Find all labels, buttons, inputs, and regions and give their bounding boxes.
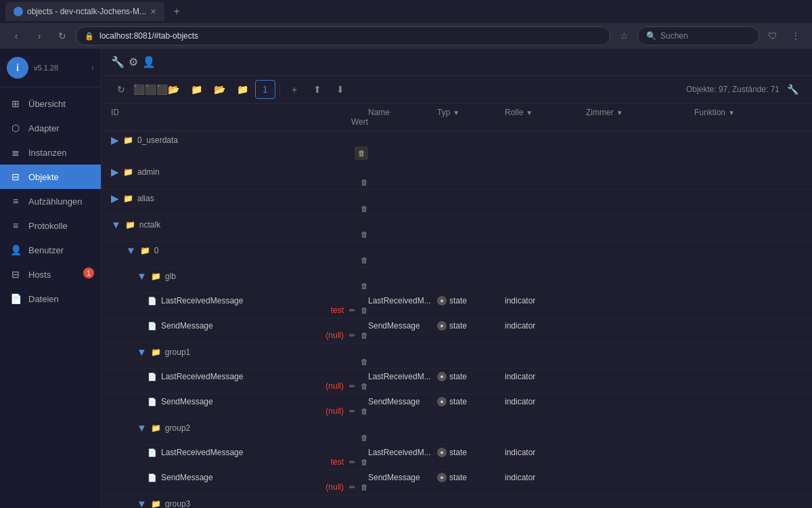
browser-tab-active[interactable]: objects - dev-nctalk-Jochens-M... ✕ [5, 2, 164, 21]
objects-toolbar: 🔧 ⚙ 👤 [102, 49, 812, 76]
view-folder2-button[interactable]: 📁 [186, 80, 206, 99]
table-row[interactable]: 📄 SendMessage SendMessage ● state indica… [102, 394, 812, 419]
objekte-icon: ⊟ [9, 171, 22, 182]
reload-button[interactable]: ↻ [53, 26, 72, 45]
table-row[interactable]: ▶ 📁 admin 🗑 [102, 163, 812, 190]
delete-button[interactable]: 🗑 [361, 205, 368, 213]
table-row[interactable]: ▶ 📁 0_userdata 🗑 [102, 131, 812, 163]
row-value: (null) [325, 381, 344, 391]
row-role: indicator [505, 321, 586, 331]
refresh-button[interactable]: ↻ [111, 80, 131, 99]
address-bar[interactable]: 🔒 localhost:8081/#tab-objects [76, 26, 610, 45]
delete-button[interactable]: 🗑 [355, 146, 368, 160]
logo-icon: i [7, 57, 28, 79]
row-value: (null) [325, 331, 344, 340]
edit-button[interactable]: ✏ [349, 458, 355, 467]
th-funktion[interactable]: Funktion▼ [694, 108, 803, 117]
row-id-group1: ▼ 📁 group1 [111, 346, 368, 358]
row-actions: 🗑 [111, 433, 368, 442]
row-actions: 🗑 [111, 178, 368, 186]
table-toolbar: ↻ ⬛⬛⬛ 📂 📁 📂 📁 1 + ⬆ ⬇ Objekte: 97, Zustä… [102, 76, 812, 104]
table-row[interactable]: 📄 SendMessage SendMessage ● state indica… [102, 318, 812, 343]
row-id-g1-sm: 📄 SendMessage [111, 397, 368, 406]
table-row[interactable]: ▼ 📁 0 🗑 [102, 242, 812, 268]
objects-table[interactable]: ▶ 📁 0_userdata 🗑 ▶ 📁 admin [102, 131, 812, 508]
row-actions: 🗑 [111, 230, 368, 238]
view-folder4-button[interactable]: 📁 [232, 80, 252, 99]
table-row[interactable]: 📄 SendMessage SendMessage ● state indica… [102, 470, 812, 495]
sidebar-item-uebersicht[interactable]: ⊞ Übersicht [0, 91, 101, 116]
row-id-g2-sm: 📄 SendMessage [111, 473, 368, 482]
toolbar-settings-button[interactable]: 🔧 [782, 80, 803, 99]
benutzer-icon: 👤 [9, 245, 22, 255]
table-row[interactable]: ▼ 📁 group2 🗑 [102, 419, 812, 445]
delete-button[interactable]: 🗑 [361, 282, 368, 290]
sidebar-item-protokolle[interactable]: ≡ Protokolle [0, 213, 101, 238]
view-list-button[interactable]: 1 [255, 80, 275, 99]
table-row[interactable]: ▼ 📁 glb 🗑 [102, 268, 812, 293]
row-id-glb-lrm: 📄 LastReceivedMessage [111, 296, 368, 305]
delete-button[interactable]: 🗑 [361, 230, 368, 238]
th-typ[interactable]: Typ▼ [437, 108, 505, 117]
table-row[interactable]: 📄 LastReceivedMessage LastReceivedM... ●… [102, 293, 812, 318]
edit-button[interactable]: ✏ [349, 382, 355, 391]
toolbar-icon-person: 👤 [142, 56, 156, 68]
delete-button[interactable]: 🗑 [361, 382, 368, 390]
row-role: indicator [505, 296, 586, 305]
sidebar-item-label-protokolle: Protokolle [28, 221, 68, 231]
sidebar-item-dateien[interactable]: 📄 Dateien [0, 287, 101, 311]
type-badge: ● [437, 372, 447, 381]
sidebar-nav: ⊞ Übersicht ⬡ Adapter ≣ Instanzen ⊟ Obje… [0, 87, 101, 315]
row-name: LastReceivedM... [368, 372, 437, 381]
view-folder3-button[interactable]: 📂 [209, 80, 229, 99]
table-row[interactable]: 📄 LastReceivedMessage LastReceivedM... ●… [102, 369, 812, 394]
sidebar-item-label-adapter: Adapter [28, 123, 60, 133]
table-row[interactable]: ▶ 📁 alias 🗑 [102, 190, 812, 216]
edit-button[interactable]: ✏ [349, 306, 355, 315]
table-row[interactable]: ▼ 📁 group3 🗑 [102, 495, 812, 508]
delete-button[interactable]: 🗑 [361, 178, 368, 186]
upload-button[interactable]: ⬆ [307, 80, 328, 99]
search-bar[interactable]: 🔍 Suchen [637, 26, 759, 45]
view-folder-button[interactable]: 📂 [163, 80, 183, 99]
delete-button[interactable]: 🗑 [361, 331, 368, 339]
th-rolle[interactable]: Rolle▼ [505, 108, 586, 117]
bookmark-button[interactable]: ☆ [614, 26, 633, 45]
sidebar-item-adapter[interactable]: ⬡ Adapter [0, 116, 101, 140]
row-type: ● state [437, 448, 505, 457]
sidebar-item-benutzer[interactable]: 👤 Benutzer [0, 238, 101, 262]
delete-button[interactable]: 🗑 [361, 358, 368, 366]
sidebar-item-objekte[interactable]: ⊟ Objekte [0, 165, 101, 189]
delete-button[interactable]: 🗑 [361, 256, 368, 264]
th-zimmer[interactable]: Zimmer▼ [586, 108, 694, 117]
sidebar-item-aufzaehlungen[interactable]: ≡ Aufzählungen [0, 189, 101, 213]
new-tab-button[interactable]: + [167, 2, 186, 21]
menu-button[interactable]: ⋮ [786, 26, 805, 45]
table-row[interactable]: 📄 LastReceivedMessage LastReceivedM... ●… [102, 445, 812, 470]
table-row[interactable]: ▼ 📁 nctalk 🗑 [102, 216, 812, 242]
download-button[interactable]: ⬇ [330, 80, 351, 99]
sidebar-collapse-button[interactable]: ‹ [91, 63, 94, 72]
table-row[interactable]: ▼ 📁 group1 🗑 [102, 343, 812, 369]
delete-button[interactable]: 🗑 [361, 407, 368, 415]
tab-close-button[interactable]: ✕ [150, 7, 156, 16]
extensions-button[interactable]: 🛡 [763, 26, 782, 45]
sidebar-item-label-dateien: Dateien [28, 294, 59, 304]
delete-button[interactable]: 🗑 [361, 483, 368, 491]
row-value: (null) [325, 482, 344, 492]
back-button[interactable]: ‹ [7, 26, 26, 45]
delete-button[interactable]: 🗑 [361, 458, 368, 466]
forward-button[interactable]: › [30, 26, 49, 45]
sidebar-item-hosts[interactable]: ⊟ Hosts 1 [0, 262, 101, 287]
type-badge: ● [437, 397, 447, 406]
delete-button[interactable]: 🗑 [361, 306, 368, 314]
delete-button[interactable]: 🗑 [361, 433, 368, 442]
edit-button[interactable]: ✏ [349, 407, 355, 416]
add-button[interactable]: + [284, 80, 304, 99]
sidebar-logo: i v5.1.28 ‹ [0, 49, 101, 87]
edit-button[interactable]: ✏ [349, 483, 355, 492]
view-columns-button[interactable]: ⬛⬛⬛ [140, 80, 160, 99]
edit-button[interactable]: ✏ [349, 331, 355, 340]
sidebar-item-instanzen[interactable]: ≣ Instanzen [0, 140, 101, 165]
type-badge: ● [437, 473, 447, 482]
